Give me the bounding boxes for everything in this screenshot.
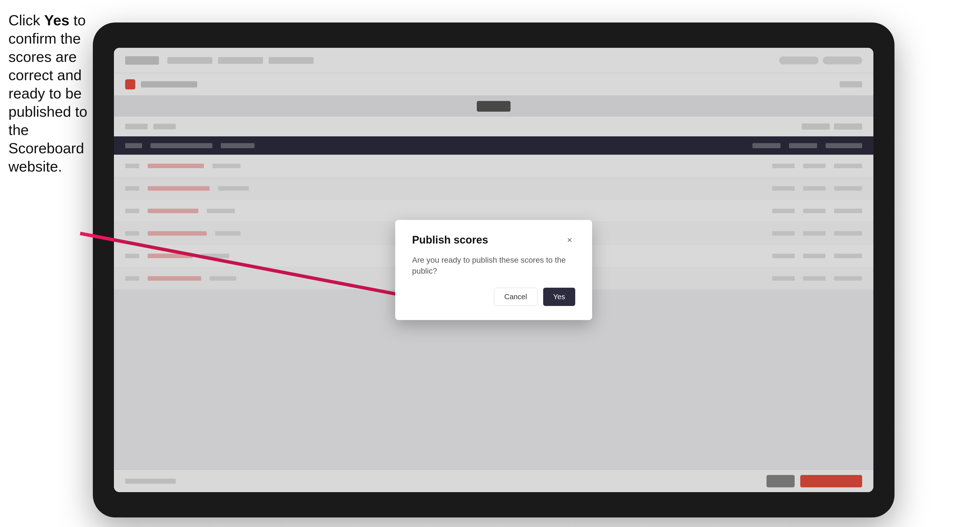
modal-body-text: Are you ready to publish these scores to… [412,254,575,276]
modal-close-button[interactable]: × [564,234,575,246]
modal-overlay: Publish scores × Are you ready to publis… [114,48,873,492]
instruction-text-part1: Click [8,12,44,29]
publish-scores-dialog: Publish scores × Are you ready to publis… [395,220,592,320]
tablet-screen: Publish scores × Are you ready to publis… [114,48,873,492]
modal-title: Publish scores [412,234,488,246]
instruction-text: Click Yes to confirm the scores are corr… [8,11,90,176]
instruction-bold: Yes [44,12,70,29]
modal-body: Are you ready to publish these scores to… [412,254,575,276]
tablet-device: Publish scores × Are you ready to publis… [93,22,894,517]
modal-header: Publish scores × [412,234,575,246]
cancel-button[interactable]: Cancel [494,288,538,306]
yes-button[interactable]: Yes [543,288,575,306]
instruction-text-part2: to confirm the scores are correct and re… [8,12,87,175]
modal-actions: Cancel Yes [412,288,575,306]
